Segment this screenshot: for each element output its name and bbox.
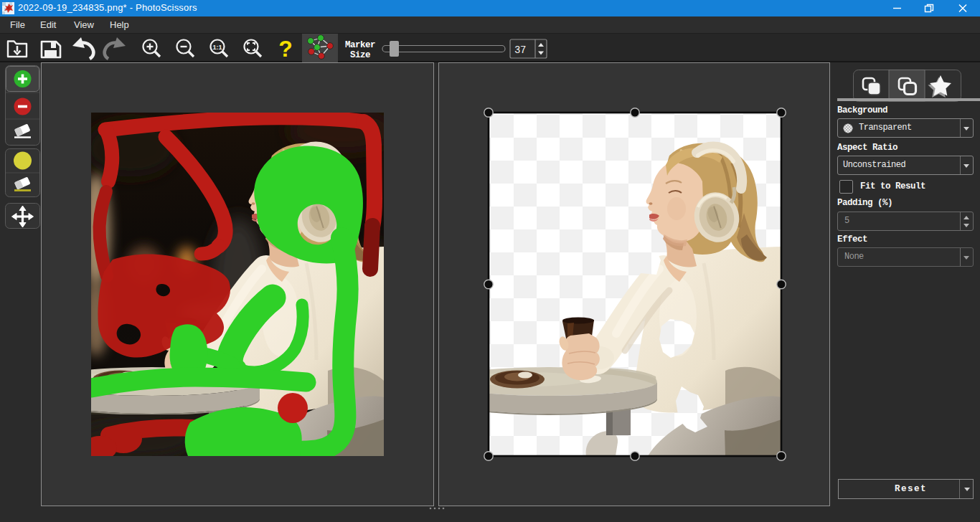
svg-text:37: 37 [514, 44, 526, 56]
svg-text:Size: Size [350, 50, 370, 60]
svg-text:Marker: Marker [345, 40, 375, 50]
svg-text:1:1: 1:1 [212, 44, 222, 51]
svg-text:?: ? [278, 36, 293, 62]
